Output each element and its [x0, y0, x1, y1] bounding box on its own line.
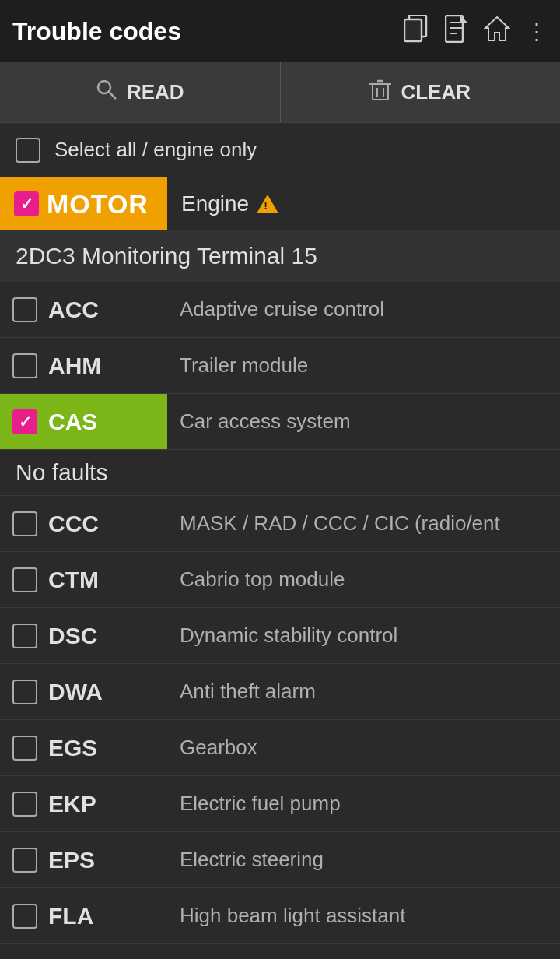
list-item[interactable]: EPS Electric steering — [0, 832, 560, 888]
motor-desc-text: Engine — [181, 191, 249, 216]
svg-line-9 — [109, 92, 116, 99]
eps-code: EPS — [48, 847, 95, 873]
ctm-checkbox[interactable] — [12, 567, 37, 592]
delete-icon — [369, 78, 391, 107]
ccc-description: MASK / RAD / CCC / CIC (radio/ent — [167, 511, 500, 536]
list-item[interactable]: FRM Footwell module (lights) — [0, 944, 560, 959]
motor-label: MOTOR — [47, 189, 149, 220]
motor-description: Engine — [167, 191, 278, 216]
list-item[interactable]: DWA Anti theft alarm — [0, 664, 560, 720]
fla-code: FLA — [48, 903, 93, 929]
svg-marker-6 — [460, 16, 467, 23]
list-item[interactable]: ACC Adaptive cruise control — [0, 282, 560, 338]
acc-code: ACC — [48, 297, 99, 323]
egs-code: EGS — [48, 735, 97, 761]
egs-checkbox[interactable] — [12, 736, 37, 761]
ahm-code-area: AHM — [0, 338, 167, 393]
acc-checkbox[interactable] — [12, 297, 37, 322]
dsc-code-area: DSC — [0, 608, 167, 663]
dwa-code-area: DWA — [0, 664, 167, 719]
list-item[interactable]: EGS Gearbox — [0, 720, 560, 776]
action-bar: READ CLEAR — [0, 62, 560, 123]
egs-code-area: EGS — [0, 720, 167, 775]
ccc-checkbox[interactable] — [12, 511, 37, 536]
no-faults-label: No faults — [0, 450, 560, 496]
cas-checkbox[interactable] — [12, 409, 37, 434]
acc-code-area: ACC — [0, 282, 167, 337]
dwa-code: DWA — [48, 679, 103, 705]
read-label: READ — [127, 80, 184, 104]
ctm-description: Cabrio top module — [167, 567, 345, 592]
list-item[interactable]: CCC MASK / RAD / CCC / CIC (radio/ent — [0, 496, 560, 552]
select-all-checkbox[interactable] — [16, 138, 40, 163]
select-all-row[interactable]: Select all / engine only — [0, 123, 560, 177]
svg-point-8 — [98, 81, 110, 93]
fla-code-area: FLA — [0, 888, 167, 943]
acc-description: Adaptive cruise control — [167, 297, 384, 321]
ctm-code-area: CTM — [0, 552, 167, 607]
motor-header: MOTOR Engine — [0, 177, 560, 230]
dsc-code: DSC — [48, 623, 97, 649]
ahm-checkbox[interactable] — [12, 353, 37, 378]
ahm-code: AHM — [48, 353, 101, 379]
dsc-description: Dynamic stability control — [167, 624, 397, 648]
cas-code: CAS — [48, 409, 97, 435]
cas-description: Car access system — [167, 409, 351, 434]
warning-icon — [257, 195, 278, 213]
clear-label: CLEAR — [401, 80, 471, 104]
fla-checkbox[interactable] — [12, 904, 37, 929]
select-all-label: Select all / engine only — [54, 138, 257, 162]
more-icon[interactable]: ⋮ — [526, 19, 548, 44]
ekp-code-area: EKP — [0, 776, 167, 831]
list-item[interactable]: EKP Electric fuel pump — [0, 776, 560, 832]
dwa-checkbox[interactable] — [12, 680, 37, 704]
ahm-description: Trailer module — [167, 353, 308, 378]
fla-description: High beam light assistant — [167, 904, 405, 928]
frm-code-area: FRM — [0, 944, 167, 959]
ctm-code: CTM — [48, 567, 99, 593]
ccc-code-area: CCC — [0, 496, 167, 551]
list-item[interactable]: DSC Dynamic stability control — [0, 608, 560, 664]
list-item[interactable]: AHM Trailer module — [0, 338, 560, 394]
svg-marker-7 — [485, 17, 509, 40]
search-icon — [96, 79, 117, 106]
cas-list-item[interactable]: CAS Car access system — [0, 394, 560, 450]
section-title: 2DC3 Monitoring Terminal 15 — [0, 230, 560, 282]
svg-rect-10 — [373, 84, 388, 100]
app-header: Trouble codes ⋮ — [0, 0, 560, 62]
read-button[interactable]: READ — [0, 62, 281, 122]
document-icon[interactable] — [445, 15, 468, 48]
page-title: Trouble codes — [12, 17, 404, 46]
cas-code-area: CAS — [0, 394, 167, 449]
eps-code-area: EPS — [0, 832, 167, 887]
copy-icon[interactable] — [404, 15, 429, 48]
ekp-code: EKP — [48, 791, 96, 817]
eps-description: Electric steering — [167, 848, 324, 872]
list-item[interactable]: CTM Cabrio top module — [0, 552, 560, 608]
dwa-description: Anti theft alarm — [167, 680, 316, 704]
ccc-code: CCC — [48, 511, 99, 537]
list-item[interactable]: FLA High beam light assistant — [0, 888, 560, 944]
header-icons: ⋮ — [404, 15, 548, 48]
motor-checkbox[interactable] — [14, 191, 39, 216]
ekp-description: Electric fuel pump — [167, 792, 341, 816]
motor-badge[interactable]: MOTOR — [0, 177, 167, 230]
clear-button[interactable]: CLEAR — [281, 62, 561, 122]
ekp-checkbox[interactable] — [12, 792, 37, 817]
egs-description: Gearbox — [167, 736, 257, 760]
home-icon[interactable] — [484, 16, 510, 47]
dsc-checkbox[interactable] — [12, 624, 37, 648]
svg-rect-1 — [404, 19, 422, 41]
eps-checkbox[interactable] — [12, 848, 37, 873]
